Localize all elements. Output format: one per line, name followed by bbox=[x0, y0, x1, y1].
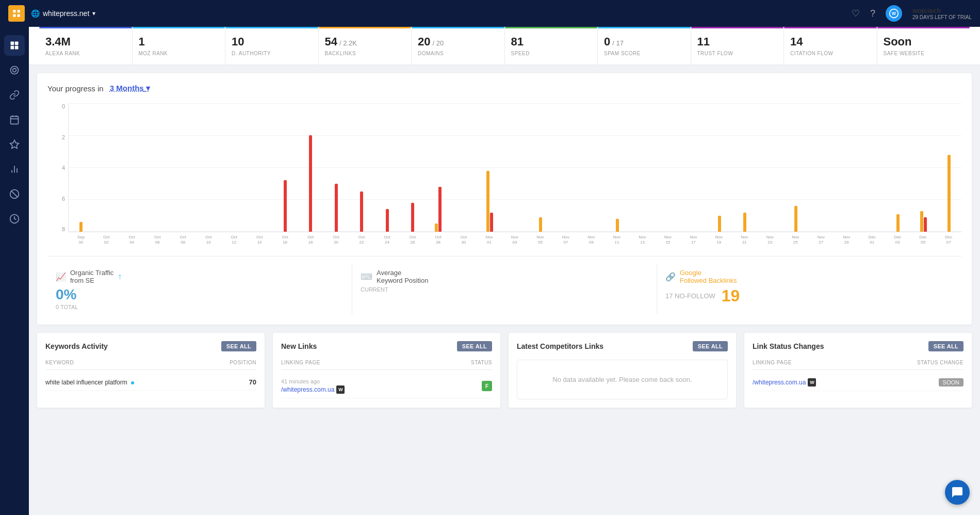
chart-x-label: Oct24 bbox=[374, 235, 400, 245]
chart-y-label: 6 bbox=[47, 196, 68, 202]
chart-x-label: Nov19 bbox=[706, 235, 731, 245]
bar-group bbox=[94, 103, 119, 232]
card-new-links-header: New Links SEE ALL bbox=[281, 341, 492, 351]
metric-trust-flow: 11TRUST FLOW bbox=[691, 27, 785, 65]
metric-spam-score: 0/ 17SPAM SCORE bbox=[598, 27, 691, 65]
link-time: 41 minutes ago bbox=[281, 378, 345, 384]
chart-x-label: Dec03 bbox=[885, 235, 910, 245]
app-logo bbox=[8, 5, 25, 22]
status-link-url: /whitepress.com.ua W bbox=[753, 378, 816, 387]
progress-header: Your progress in 3 Months ▾ bbox=[47, 84, 961, 93]
bar-group bbox=[375, 103, 400, 232]
chart-x-label: Sep30 bbox=[68, 235, 93, 245]
stat-header-traffic: 📈 Organic Trafficfrom SE ↑ bbox=[56, 269, 344, 284]
chart-x-label: Nov11 bbox=[604, 235, 629, 245]
link-icon: 🔗 bbox=[665, 272, 676, 282]
bar-group bbox=[222, 103, 247, 232]
metric-speed: 81SPEED bbox=[505, 27, 598, 65]
chart-x-label: Nov23 bbox=[757, 235, 782, 245]
chart-x-label: Oct12 bbox=[221, 235, 247, 245]
domain-name: whitepress.net bbox=[43, 9, 89, 18]
bar-group bbox=[299, 103, 323, 232]
sidebar-item-block[interactable] bbox=[4, 184, 25, 204]
metric-d.-authority: 10D. AUTHORITY bbox=[225, 27, 319, 65]
metric-value: 81 bbox=[511, 35, 592, 49]
svg-point-10 bbox=[11, 67, 19, 74]
metric-alexa-rank: 3.4MALEXA RANK bbox=[39, 27, 133, 65]
chart-x-label: Nov03 bbox=[502, 235, 527, 245]
metric-label: BACKLINKS bbox=[325, 51, 405, 56]
keywords-see-all-button[interactable]: SEE ALL bbox=[221, 341, 256, 351]
link-status-see-all-button[interactable]: SEE ALL bbox=[928, 341, 963, 351]
bar-group bbox=[783, 103, 808, 232]
stat-label-keyword: AverageKeyword Position bbox=[377, 269, 428, 284]
avatar: W bbox=[886, 5, 902, 22]
card-competitor-links: Latest Competitors Links SEE ALL No data… bbox=[509, 333, 736, 408]
username: wojciech bbox=[912, 7, 972, 14]
card-competitor-header: Latest Competitors Links SEE ALL bbox=[517, 341, 728, 351]
bar-group bbox=[937, 103, 962, 232]
metric-label: SAFE WEBSITE bbox=[884, 51, 964, 56]
stat-label-traffic: Organic Trafficfrom SE bbox=[70, 269, 113, 284]
heart-icon[interactable]: ♡ bbox=[852, 8, 860, 19]
card-competitor-title: Latest Competitors Links bbox=[517, 342, 603, 350]
sidebar-item-links[interactable] bbox=[4, 85, 25, 105]
chart-x-label: Dec01 bbox=[859, 235, 885, 245]
card-new-links: New Links SEE ALL LINKING PAGE STATUS 41… bbox=[273, 333, 500, 408]
chart-x-label: Nov07 bbox=[553, 235, 578, 245]
sidebar-item-dashboard[interactable] bbox=[4, 35, 25, 56]
bar-group bbox=[528, 103, 553, 232]
sidebar-item-tools[interactable] bbox=[4, 134, 25, 155]
new-links-see-all-button[interactable]: SEE ALL bbox=[457, 341, 492, 351]
chart-y-label: 2 bbox=[47, 134, 68, 140]
sidebar-item-time[interactable] bbox=[4, 208, 25, 229]
competitor-see-all-button[interactable]: SEE ALL bbox=[693, 341, 728, 351]
chart-x-label: Oct20 bbox=[323, 235, 349, 245]
sidebar-item-calendar[interactable] bbox=[4, 109, 25, 130]
bar-group bbox=[835, 103, 859, 232]
bar-group bbox=[145, 103, 170, 232]
chart-x-label: Nov09 bbox=[579, 235, 604, 245]
chart-x-label: Dec05 bbox=[910, 235, 936, 245]
traffic-sub: 0 TOTAL bbox=[56, 304, 344, 310]
link-page-info: 41 minutes ago /whitepress.com.ua W bbox=[281, 378, 345, 394]
chart-x-label: Oct02 bbox=[93, 235, 119, 245]
metric-value: 14 bbox=[790, 35, 871, 49]
keyword-text: white label influencer platform bbox=[45, 379, 134, 386]
help-icon[interactable]: ? bbox=[870, 8, 875, 19]
metric-label: MOZ RANK bbox=[139, 51, 219, 56]
user-info[interactable]: wojciech 29 DAYS LEFT OF TRIAL bbox=[912, 7, 972, 20]
chart-x-label: Oct30 bbox=[451, 235, 476, 245]
stat-label-backlinks: GoogleFollowed Backlinks bbox=[680, 269, 737, 284]
chart-x-label: Oct14 bbox=[247, 235, 272, 245]
new-links-col-headers: LINKING PAGE STATUS bbox=[281, 360, 492, 370]
period-selector[interactable]: 3 Months ▾ bbox=[110, 84, 150, 93]
cards-row: Keywords Activity SEE ALL KEYWORD POSITI… bbox=[29, 333, 980, 416]
chart-area: 86420 Sep30Oct02Oct04Oct06Oct08Oct10Oct1… bbox=[47, 103, 961, 248]
bar-group bbox=[911, 103, 936, 232]
chart-x-label: Oct22 bbox=[349, 235, 374, 245]
metric-backlinks: 54/ 2.2KBACKLINKS bbox=[319, 27, 412, 65]
chart-x-label: Nov13 bbox=[630, 235, 655, 245]
keyword-row: white label influencer platform 70 bbox=[45, 374, 256, 391]
soon-badge: SOON bbox=[939, 378, 963, 387]
sidebar-item-analytics[interactable] bbox=[4, 60, 25, 81]
sidebar-item-chart[interactable] bbox=[4, 159, 25, 180]
bar-group bbox=[860, 103, 885, 232]
chart-x-label: Oct10 bbox=[195, 235, 221, 245]
keyword-icon: ⌨ bbox=[361, 272, 372, 282]
metric-label: D. AUTHORITY bbox=[232, 51, 312, 56]
traffic-value: 0% bbox=[56, 286, 344, 303]
trend-icon: 📈 bbox=[56, 272, 66, 282]
chart-x-label: Nov29 bbox=[834, 235, 859, 245]
chevron-down-icon: ▾ bbox=[92, 10, 95, 17]
bar-group bbox=[401, 103, 426, 232]
domain-selector[interactable]: 🌐 whitepress.net ▾ bbox=[31, 9, 95, 18]
card-link-status-header: Link Status Changes SEE ALL bbox=[753, 341, 963, 351]
metric-label: ALEXA RANK bbox=[45, 51, 126, 56]
favicon2: W bbox=[808, 378, 816, 387]
svg-rect-12 bbox=[11, 116, 19, 124]
top-nav: 🌐 whitepress.net ▾ ♡ ? W wojciech 29 DAY… bbox=[0, 0, 980, 27]
chart-x-label: Oct06 bbox=[144, 235, 170, 245]
favicon: W bbox=[336, 385, 345, 394]
